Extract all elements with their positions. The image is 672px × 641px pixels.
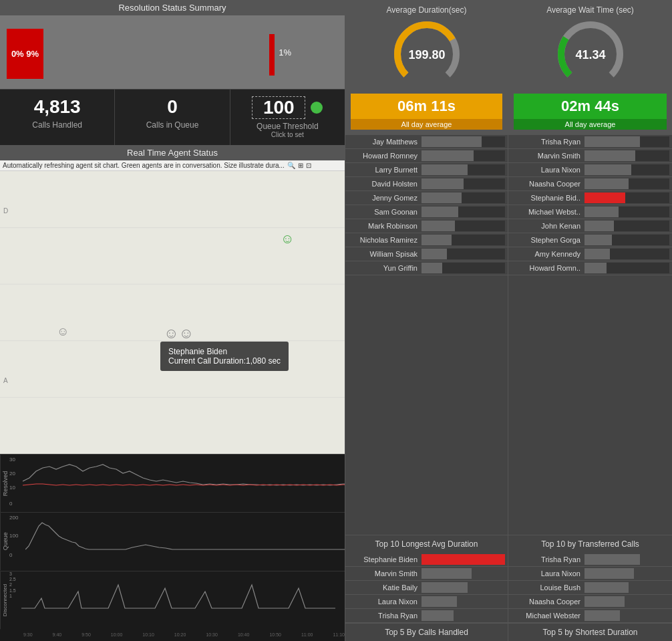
agent-name: Mark Robinson bbox=[348, 222, 422, 230]
agent-bar bbox=[584, 136, 640, 147]
top5-bar-wrap bbox=[584, 596, 669, 607]
agent-bar-wrap bbox=[584, 207, 669, 217]
agent-list-row: John Kenan bbox=[508, 219, 672, 233]
agent-name: Amy Kennedy bbox=[511, 250, 584, 258]
top5-list-row: Laura Nixon bbox=[345, 595, 508, 609]
agent-name: Michael Webst.. bbox=[511, 208, 584, 216]
top5-bar-wrap bbox=[422, 610, 505, 621]
resolution-title: Resolution Status Summary bbox=[0, 0, 345, 15]
agent-bar bbox=[584, 164, 631, 175]
top5-bar bbox=[584, 596, 625, 607]
green-status-dot bbox=[311, 102, 323, 114]
top5-bar bbox=[422, 582, 468, 593]
top5-bar-wrap bbox=[422, 596, 505, 607]
agent-subtitle-text: Automatically refreshing agent sit chart… bbox=[3, 162, 285, 169]
wait-gauge-svg: 41.34 bbox=[554, 17, 627, 91]
top5-name: Louise Bush bbox=[511, 584, 584, 592]
agent-bar bbox=[422, 150, 474, 161]
queue-threshold-box[interactable]: Queue Threshold Click to set bbox=[230, 90, 345, 145]
top5-bar-wrap bbox=[584, 554, 669, 565]
agent-bar-wrap bbox=[584, 249, 669, 259]
agent-bar bbox=[584, 235, 612, 245]
agent-bar bbox=[422, 207, 458, 217]
agent-list-row: Larry Burnett bbox=[345, 163, 508, 177]
top5-bar bbox=[422, 568, 472, 579]
top5-list-row: Michael Webster bbox=[508, 609, 672, 623]
tooltip-name: Stephanie Biden bbox=[168, 347, 281, 356]
expand-icon[interactable]: ⊞ bbox=[298, 162, 303, 169]
agent-name: Trisha Ryan bbox=[511, 138, 584, 146]
svg-text:41.34: 41.34 bbox=[575, 48, 605, 61]
top5-bar-wrap bbox=[422, 554, 505, 565]
middle-top5-section: Stephanie Biden Marvin Smith Katie Baily… bbox=[345, 553, 508, 641]
agent-bar bbox=[422, 164, 468, 175]
agent-list-row: Laura Nixon bbox=[508, 163, 672, 177]
top5-bar bbox=[422, 610, 454, 621]
agent-bar-wrap bbox=[584, 193, 669, 203]
agent-bar bbox=[584, 193, 625, 203]
top5-list-row: Marvin Smith bbox=[345, 567, 508, 581]
agent-icon-active: ☺ bbox=[281, 231, 294, 247]
agent-bar bbox=[584, 263, 607, 273]
agent-bar-wrap bbox=[422, 164, 505, 175]
calls-in-queue-label: Calls in Queue bbox=[122, 120, 222, 130]
top5-name: Michael Webster bbox=[511, 612, 584, 620]
top5-bar-wrap bbox=[422, 582, 505, 593]
calls-handled-label: Calls Handled bbox=[7, 120, 108, 130]
top5-name: Trisha Ryan bbox=[511, 555, 584, 563]
search-icon[interactable]: 🔍 bbox=[287, 162, 295, 169]
top5-bar bbox=[584, 554, 640, 565]
agent-bar bbox=[422, 221, 455, 231]
top5-calls-btn[interactable]: Top 5 By Calls Handled bbox=[345, 623, 508, 641]
agent-bar-wrap bbox=[422, 193, 505, 203]
agent-name: Stephen Gorga bbox=[511, 236, 584, 244]
bottom-charts: Resolved 3020100 Queue 2001000 bbox=[0, 454, 345, 641]
avg-duration-label: All day average bbox=[351, 119, 502, 130]
top5-bar-wrap bbox=[584, 610, 669, 621]
queue-threshold-sub[interactable]: Click to set bbox=[237, 131, 338, 138]
disconnected-chart-row: Disconnected 32.521.51 bbox=[0, 571, 345, 629]
queue-threshold-input[interactable] bbox=[252, 96, 305, 119]
top5-bar bbox=[584, 610, 620, 621]
agent-bar-wrap bbox=[584, 164, 669, 175]
top5-shortest-btn[interactable]: Top 5 by Shortest Duration bbox=[508, 623, 672, 641]
top5-name: Laura Nixon bbox=[348, 598, 422, 606]
agent-list-row: William Spisak bbox=[345, 247, 508, 261]
svg-text:199.80: 199.80 bbox=[408, 48, 445, 61]
top5-list-row: Laura Nixon bbox=[508, 567, 672, 581]
avg-duration-section: Average Duration(sec) 199.80 06m 11s All… bbox=[345, 0, 508, 135]
agent-chart-canvas: D A ☺ ☺ ☺☺ Stephanie Biden Current Call … bbox=[0, 171, 345, 454]
avg-wait-section: Average Wait Time (sec) 41.34 02m 44s Al… bbox=[508, 0, 672, 135]
bar-label-left: 0% 9% bbox=[11, 49, 39, 59]
red-bar-right bbox=[269, 34, 275, 76]
agent-name: William Spisak bbox=[348, 250, 422, 258]
top10-transferred-btn[interactable]: Top 10 by Transferred Calls bbox=[508, 535, 672, 553]
agent-list-row: Naasha Cooper bbox=[508, 177, 672, 191]
queue-ylabel: Queue bbox=[0, 513, 9, 570]
agent-tooltip: Stephanie Biden Current Call Duration:1,… bbox=[160, 342, 289, 371]
calls-handled-box: 4,813 Calls Handled bbox=[0, 90, 115, 145]
fullscreen-icon[interactable]: ⊡ bbox=[306, 162, 311, 169]
svg-text:A: A bbox=[3, 377, 8, 384]
agent-name: Jenny Gomez bbox=[348, 194, 422, 202]
middle-agent-list: Jay Matthews Howard Romney Larry Burnett… bbox=[345, 135, 508, 535]
agent-grid-svg: D A bbox=[0, 171, 345, 454]
agent-bar-wrap bbox=[422, 249, 505, 259]
x-axis: 9:309:409:5010:0010:1010:2010:3010:4010:… bbox=[0, 629, 345, 641]
agent-status-section: Real Time Agent Status Automatically ref… bbox=[0, 145, 345, 454]
agent-list-row: Michael Webst.. bbox=[508, 205, 672, 219]
agent-status-title: Real Time Agent Status bbox=[0, 145, 345, 160]
top5-list-row: Trisha Ryan bbox=[508, 553, 672, 567]
agent-bar-wrap bbox=[422, 136, 505, 147]
agent-bar bbox=[584, 178, 629, 189]
agent-icon-idle: ☺ bbox=[57, 325, 69, 339]
agent-list-row: Amy Kennedy bbox=[508, 247, 672, 261]
agent-list-row: Stephanie Bid.. bbox=[508, 191, 672, 205]
top10-duration-btn[interactable]: Top 10 Longest Avg Duration bbox=[345, 535, 508, 553]
agent-name: Laura Nixon bbox=[511, 166, 584, 174]
queue-y-ticks: 2001000 bbox=[9, 514, 18, 559]
disconnected-sparkline bbox=[21, 571, 345, 629]
agent-list-row: Yun Griffin bbox=[345, 261, 508, 275]
top5-list-row: Katie Baily bbox=[345, 581, 508, 595]
top5-bar-wrap bbox=[422, 568, 505, 579]
